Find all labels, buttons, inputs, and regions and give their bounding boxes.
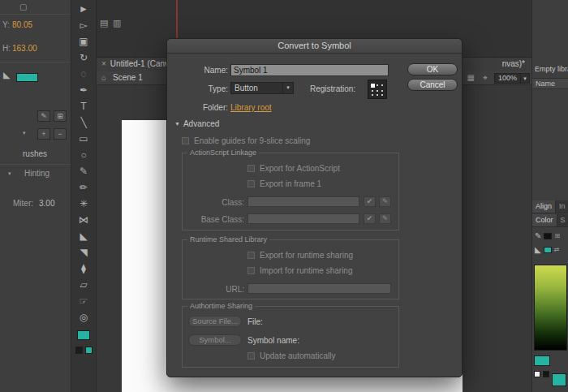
export-runtime-row: Export for runtime sharing (247, 251, 353, 260)
pencil-icon[interactable]: ✎ (535, 231, 541, 240)
edit-symbols-icon[interactable]: ▦ (467, 73, 475, 82)
import-runtime-checkbox[interactable] (247, 267, 255, 274)
3d-rotation-tool[interactable]: ↻ (74, 50, 93, 66)
import-runtime-row: Import for runtime sharing (247, 266, 353, 275)
add-brush-icon[interactable]: + (37, 128, 50, 140)
eraser-tool[interactable]: ▱ (74, 277, 93, 293)
registration-grid[interactable] (368, 80, 387, 99)
cancel-button[interactable]: Cancel (407, 79, 458, 91)
export-actionscript-label: Export for ActionScript (260, 164, 340, 173)
edit-class-button[interactable]: ✎ (379, 196, 391, 207)
validate-base-class-button[interactable]: ✔ (364, 213, 376, 224)
hand-tool[interactable]: ☞ (74, 293, 93, 309)
tab-info[interactable]: In (556, 200, 568, 213)
paint-bucket-tool[interactable]: ◣ (74, 228, 93, 244)
subselection-tool[interactable]: ▻ (74, 17, 93, 33)
folder-link[interactable]: Library root (230, 103, 272, 112)
symbol-type-select[interactable]: Button ▾ (230, 82, 294, 94)
selection-tool[interactable]: ► (74, 1, 93, 17)
miter-value[interactable]: 3.00 (39, 199, 54, 208)
new-layer-icon[interactable]: ▤ (100, 18, 108, 28)
new-folder-icon[interactable]: ▥ (113, 18, 121, 28)
swap-colors-icon[interactable]: ⇄ (554, 246, 560, 253)
oval-tool[interactable]: ○ (74, 147, 93, 163)
bone-tool[interactable]: ⋈ (74, 212, 93, 228)
brush-edit-icon[interactable]: ✎ (37, 110, 50, 122)
rectangle-tool[interactable]: ▭ (74, 131, 93, 147)
fill-color-row: ◣ ⇄ (535, 245, 559, 254)
registration-label: Registration: (310, 84, 355, 93)
grid-icon[interactable]: ⊞ (554, 232, 560, 239)
tab-color[interactable]: Color (532, 214, 557, 226)
dialog-title[interactable]: Convert to Symbol (167, 39, 462, 54)
zoom-tool[interactable]: ◎ (74, 309, 93, 325)
divider (0, 62, 71, 62)
update-automatically-checkbox[interactable] (247, 352, 255, 360)
close-icon[interactable]: × (101, 59, 106, 68)
stroke-color-chip[interactable] (544, 233, 552, 239)
base-class-input[interactable] (247, 213, 359, 224)
swatch-teal[interactable] (534, 355, 550, 366)
export-frame1-checkbox[interactable] (247, 180, 255, 187)
timeline-playhead[interactable] (176, 0, 178, 38)
advanced-section-toggle[interactable]: ▼Advanced (174, 119, 219, 128)
import-runtime-label: Import for runtime sharing (260, 266, 353, 275)
free-transform-tool[interactable]: ▣ (74, 33, 93, 50)
align-panel-tabs: AlignIn (532, 200, 568, 213)
paint-bucket-icon[interactable]: ◣ (3, 70, 10, 80)
library-name-column-header[interactable]: Name (532, 78, 568, 89)
brush-tool[interactable]: ✏ (74, 179, 93, 196)
validate-class-button[interactable]: ✔ (364, 196, 376, 207)
zoom-level-value: 100% (495, 74, 517, 82)
tab-swatches[interactable]: S (557, 214, 568, 226)
ok-button[interactable]: OK (407, 63, 458, 75)
fill-color-mini-swatch[interactable] (85, 347, 93, 354)
fill-color-chip[interactable] (544, 247, 552, 253)
symbol-button[interactable]: Symbol... (188, 334, 242, 346)
height-value[interactable]: 163.00 (12, 44, 37, 53)
deco-tool[interactable]: ✳ (74, 196, 93, 212)
y-position-value[interactable]: 80.05 (12, 20, 32, 29)
height-label: H: (2, 44, 11, 53)
lasso-tool[interactable]: ◌ (74, 66, 93, 82)
stroke-color-swatch[interactable] (75, 347, 83, 354)
symbol-name-input[interactable]: Symbol 1 (230, 64, 389, 76)
home-icon[interactable]: ⌂ (101, 73, 106, 82)
actionscript-linkage-title: ActionScript Linkage (187, 149, 259, 157)
edit-base-class-button[interactable]: ✎ (379, 213, 391, 224)
zoom-level-select[interactable]: 100% ▾ (494, 73, 530, 84)
export-runtime-label: Export for runtime sharing (260, 251, 353, 260)
url-input[interactable] (247, 283, 391, 294)
source-file-button[interactable]: Source File... (188, 316, 242, 327)
pencil-tool[interactable]: ✎ (74, 163, 93, 179)
panel-options-icon[interactable]: ▢ (19, 2, 27, 11)
swatch-black[interactable] (543, 371, 549, 377)
divider (0, 164, 71, 165)
export-actionscript-checkbox[interactable] (247, 165, 255, 172)
folder-label: Folder: (169, 103, 228, 112)
pen-tool[interactable]: ✒ (74, 82, 93, 98)
export-runtime-checkbox[interactable] (247, 252, 255, 259)
chevron-down-icon: ▾ (282, 83, 293, 93)
swatch-white[interactable] (534, 371, 540, 377)
tab-align[interactable]: Align (532, 200, 556, 213)
color-picker-gradient[interactable] (534, 265, 567, 351)
chevron-down-icon[interactable]: ▾ (23, 130, 26, 136)
ink-bottle-tool[interactable]: ◥ (74, 244, 93, 261)
paint-bucket-icon[interactable]: ◣ (535, 245, 541, 254)
class-input[interactable] (247, 196, 359, 207)
fill-color-swatch[interactable] (16, 73, 38, 82)
hinting-collapse-icon[interactable]: ▾ (8, 170, 11, 177)
text-tool[interactable]: T (74, 98, 93, 114)
chevron-down-icon: ▾ (520, 74, 529, 83)
remove-brush-icon[interactable]: − (54, 128, 67, 140)
brush-options-icon[interactable]: ⊞ (54, 110, 67, 122)
line-tool[interactable]: ╲ (74, 114, 93, 131)
eyedropper-tool[interactable]: ⧫ (74, 261, 93, 277)
slice-guides-checkbox[interactable] (182, 137, 189, 144)
scene-breadcrumb[interactable]: Scene 1 (113, 73, 143, 82)
center-frame-icon[interactable]: ⌖ (483, 73, 488, 83)
export-frame1-row: Export in frame 1 (247, 179, 321, 188)
toolbar-fill-color-swatch[interactable] (77, 330, 90, 340)
swatch-teal-large[interactable] (552, 373, 566, 386)
